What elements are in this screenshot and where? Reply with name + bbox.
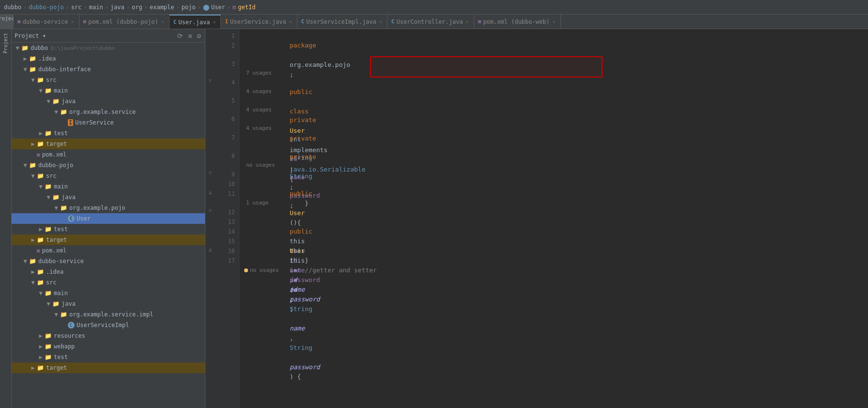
- breadcrumb-main[interactable]: main: [89, 4, 103, 11]
- fold-close[interactable]: △: [209, 247, 212, 252]
- folder-icon: 📁: [29, 66, 36, 73]
- fold-icon[interactable]: ▽: [209, 78, 212, 83]
- code-line-14: this . name = name ;: [244, 227, 868, 236]
- tree-item-di-src[interactable]: ▼ 📁 src: [12, 75, 205, 85]
- java-folder-icon: 📁: [52, 194, 60, 201]
- editor-content[interactable]: ▽ ▽ △ ▽: [205, 29, 868, 408]
- tree-item-di-test[interactable]: ▶ 📁 test: [12, 128, 205, 139]
- tree-item-ds-src[interactable]: ▼ 📁 src: [12, 277, 205, 288]
- tab-pom-dubbo-pojo[interactable]: m pom.xml (dubbo-pojo) ✕: [79, 15, 170, 29]
- tree-item-dubbo-service[interactable]: ▼ 📁 dubbo-service: [12, 256, 205, 267]
- tree-item-ds-test[interactable]: ▶ 📁 test: [12, 352, 205, 362]
- tree-item-org-example-service[interactable]: ▼ 📁 org.example.service: [12, 107, 205, 117]
- sidebar-toolbar: Project ▾ ⟳ ≡ ⚙: [12, 29, 205, 43]
- tree-item-org-example-pojo[interactable]: ▼ 📁 org.example.pojo: [12, 203, 205, 213]
- tab-user-java[interactable]: C User.java ✕: [170, 15, 221, 29]
- tree-path: D:\javaProject\dubbo: [51, 45, 115, 51]
- breadcrumb-getid[interactable]: getId: [238, 4, 255, 11]
- fold-close[interactable]: △: [209, 189, 212, 195]
- sidebar-settings-icon[interactable]: ⚙: [196, 32, 202, 40]
- param: name: [290, 325, 305, 332]
- tab-close[interactable]: ✕: [160, 19, 165, 24]
- breadcrumb: dubbo › dubbo-pojo › src › main › java ›…: [4, 4, 255, 11]
- tab-label: pom.xml (dubbo-web): [483, 18, 549, 25]
- tab-usercontroller-java[interactable]: C UserController.java ✕: [388, 15, 474, 29]
- sidebar-sync-icon[interactable]: ⟳: [176, 32, 184, 40]
- tree-item-dp-target[interactable]: ▶ 📁 target: [12, 235, 205, 245]
- folder-icon: 📁: [45, 354, 52, 361]
- tab-label: pom.xml (dubbo-pojo): [88, 18, 158, 25]
- fold-icon[interactable]: ▽: [209, 170, 212, 175]
- tree-item-dp-test[interactable]: ▶ 📁 test: [12, 224, 205, 235]
- tree-item-di-pom[interactable]: m pom.xml: [12, 149, 205, 160]
- java-folder-icon: 📁: [52, 98, 60, 105]
- breadcrumb-org[interactable]: org: [132, 4, 142, 11]
- breadcrumb-java[interactable]: java: [110, 4, 124, 11]
- tab-close[interactable]: ✕: [465, 19, 470, 24]
- breadcrumb-user[interactable]: User: [211, 4, 225, 11]
- breadcrumb-example[interactable]: example: [150, 4, 174, 11]
- breadcrumb-src[interactable]: src: [71, 4, 82, 11]
- tree-item-userservice[interactable]: I UserService: [12, 117, 205, 128]
- tree-item-user[interactable]: C User: [12, 213, 205, 224]
- tree-item-ds-java[interactable]: ▼ 📁 java: [12, 298, 205, 309]
- code-line-10: [244, 179, 868, 189]
- tab-close[interactable]: ✕: [70, 19, 75, 24]
- line-num-8: 8: [215, 151, 235, 161]
- hint-1usage: 1 usage: [244, 199, 868, 207]
- line-num-11: 11: [215, 189, 235, 199]
- tab-dubbo-service[interactable]: m dubbo-service ✕: [14, 15, 79, 29]
- tree-arrow: ▶: [21, 55, 29, 62]
- breadcrumb-pojo[interactable]: pojo: [182, 4, 196, 11]
- tree-item-dp-main[interactable]: ▼ 📁 main: [12, 181, 205, 192]
- tab-close[interactable]: ✕: [288, 19, 293, 24]
- folder-icon: 📁: [37, 268, 44, 275]
- tab-close[interactable]: ✕: [212, 19, 217, 25]
- tab-close[interactable]: ✕: [378, 19, 383, 24]
- tree-item-dp-java[interactable]: ▼ 📁 java: [12, 192, 205, 203]
- tab-pom-dubbo-web[interactable]: m pom.xml (dubbo-web) ✕: [474, 15, 561, 29]
- tab-userservice-java[interactable]: I UserService.java ✕: [221, 15, 297, 29]
- code-line-16: }: [244, 246, 868, 256]
- tree-item-dubbo-pojo[interactable]: ▼ 📁 dubbo-pojo: [12, 160, 205, 171]
- sidebar-collapse-icon[interactable]: ≡: [187, 32, 193, 40]
- tree-label: main: [54, 87, 68, 94]
- tree-item-idea[interactable]: ▶ 📁 .idea: [12, 53, 205, 64]
- tree-item-ds-main[interactable]: ▼ 📁 main: [12, 288, 205, 298]
- breadcrumb-dubbo-pojo[interactable]: dubbo-pojo: [29, 4, 63, 11]
- project-tab-btn[interactable]: Project ▾: [0, 15, 14, 29]
- folder-icon: 📁: [45, 332, 52, 339]
- fold-icon[interactable]: ▽: [209, 208, 212, 213]
- tree-item-ds-idea[interactable]: ▶ 📁 .idea: [12, 267, 205, 277]
- line-num-10: 10: [215, 179, 235, 189]
- hint-4usages-id: 4 usages: [244, 87, 868, 96]
- tree-label: pom.xml: [42, 247, 67, 254]
- tree-item-di-main[interactable]: ▼ 📁 main: [12, 85, 205, 96]
- sidebar-panel: Project ▾ ⟳ ≡ ⚙ ▼ 📁 dubbo D:\javaProject…: [12, 29, 205, 408]
- tree-item-dp-src[interactable]: ▼ 📁 src: [12, 171, 205, 181]
- editor-panel: ▽ ▽ △ ▽: [205, 29, 868, 408]
- breadcrumb-user-class[interactable]: ⬤: [203, 4, 209, 11]
- tab-userserviceimpl-java[interactable]: C UserServiceImpl.java ✕: [297, 15, 388, 29]
- tree-item-di-target[interactable]: ▶ 📁 target: [12, 139, 205, 149]
- tree-item-dubbo-interface[interactable]: ▼ 📁 dubbo-interface: [12, 64, 205, 75]
- tree-item-ds-resources[interactable]: ▶ 📁 resources: [12, 330, 205, 341]
- project-vertical-label[interactable]: Project: [3, 33, 8, 53]
- param-ref: password: [290, 296, 320, 303]
- tree-item-ds-target[interactable]: ▶ 📁 target: [12, 362, 205, 373]
- tree-item-dp-pom[interactable]: m pom.xml: [12, 245, 205, 256]
- tree-item-userserviceimpl[interactable]: C UserServiceImpl: [12, 320, 205, 330]
- class-icon: C: [68, 322, 75, 329]
- tree-item-ds-webapp[interactable]: ▶ 📁 webapp: [12, 341, 205, 352]
- hint-4usages-password: 4 usages: [244, 124, 868, 133]
- breadcrumb-dubbo[interactable]: dubbo: [4, 4, 21, 11]
- line-num-13: 13: [215, 217, 235, 227]
- tree-item-org-example-service-impl[interactable]: ▼ 📁 org.example.service.impl: [12, 309, 205, 320]
- tree-label: dubbo-service: [38, 258, 84, 265]
- tab-bar: Project ▾ m dubbo-service ✕ m pom.xml (d…: [0, 15, 868, 29]
- tree-item-di-java[interactable]: ▼ 📁 java: [12, 96, 205, 107]
- tree-item-dubbo[interactable]: ▼ 📁 dubbo D:\javaProject\dubbo: [12, 43, 205, 53]
- tab-close[interactable]: ✕: [552, 19, 557, 24]
- code-lines[interactable]: package org.example.pojo ; 7 usages: [239, 29, 868, 408]
- package-folder-icon: 📁: [60, 204, 67, 211]
